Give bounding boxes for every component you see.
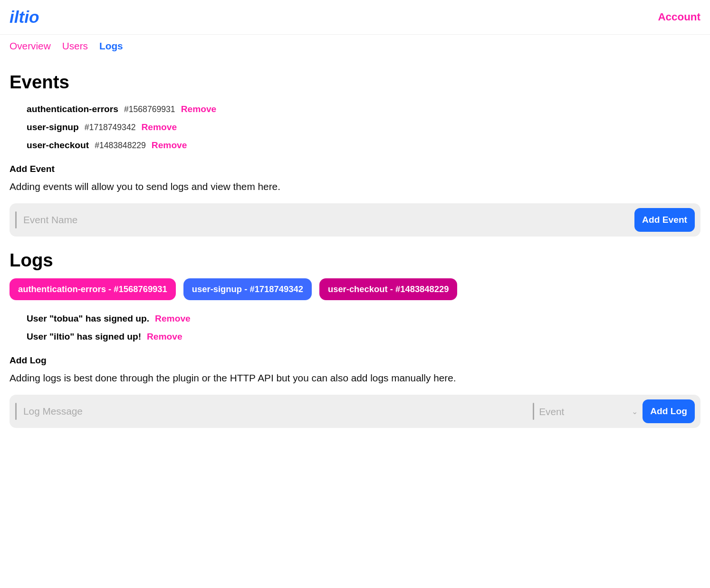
add-event-subtitle: Add Event	[10, 164, 700, 174]
log-tag-2[interactable]: user-checkout - #1483848229	[319, 278, 458, 300]
log-text-0: User "tobua" has signed up.	[27, 313, 149, 324]
remove-log-1[interactable]: Remove	[147, 332, 182, 342]
event-name-1: user-signup	[27, 122, 79, 133]
event-id-1: #1718749342	[85, 123, 136, 133]
remove-event-1[interactable]: Remove	[141, 122, 177, 133]
nav-item-logs[interactable]: Logs	[99, 40, 123, 52]
input-divider-log	[15, 403, 17, 420]
log-item-1: User "iltio" has signed up! Remove	[27, 328, 700, 346]
add-log-button[interactable]: Add Log	[643, 399, 695, 423]
event-id-0: #1568769931	[124, 104, 175, 114]
log-tags-container: authentication-errors - #1568769931 user…	[10, 278, 700, 300]
add-log-row: Event authentication-errors user-signup …	[10, 395, 700, 428]
event-name-input[interactable]	[21, 210, 630, 229]
log-item-0: User "tobua" has signed up. Remove	[27, 310, 700, 328]
log-tag-0[interactable]: authentication-errors - #1568769931	[10, 278, 176, 300]
logs-list: User "tobua" has signed up. Remove User …	[10, 310, 700, 346]
logs-title: Logs	[10, 250, 700, 271]
logo: iltio	[10, 8, 39, 27]
event-name-2: user-checkout	[27, 140, 89, 151]
event-select[interactable]: Event authentication-errors user-signup …	[539, 406, 641, 417]
nav-item-users[interactable]: Users	[62, 40, 88, 52]
event-item-2: user-checkout #1483848229 Remove	[27, 136, 700, 154]
events-list: authentication-errors #1568769931 Remove…	[10, 100, 700, 154]
add-log-subtitle: Add Log	[10, 355, 700, 366]
event-name-0: authentication-errors	[27, 104, 118, 114]
main-content: Events authentication-errors #1568769931…	[0, 57, 710, 447]
nav-item-overview[interactable]: Overview	[10, 40, 51, 52]
event-select-wrap: Event authentication-errors user-signup …	[539, 406, 638, 417]
add-event-row: Add Event	[10, 203, 700, 237]
add-event-desc: Adding events will allow you to send log…	[10, 179, 700, 194]
remove-event-0[interactable]: Remove	[181, 104, 217, 114]
log-text-1: User "iltio" has signed up!	[27, 332, 141, 342]
log-message-input[interactable]	[21, 402, 528, 421]
remove-log-0[interactable]: Remove	[155, 313, 191, 324]
add-event-button[interactable]: Add Event	[634, 208, 695, 232]
input-divider-select	[533, 403, 534, 420]
remove-event-2[interactable]: Remove	[152, 140, 187, 151]
input-divider-event	[15, 211, 17, 228]
event-id-2: #1483848229	[95, 141, 146, 151]
add-log-desc: Adding logs is best done through the plu…	[10, 370, 700, 385]
header: iltio Account	[0, 0, 710, 35]
nav: Overview Users Logs	[0, 35, 710, 57]
account-link[interactable]: Account	[658, 11, 700, 23]
events-title: Events	[10, 72, 700, 93]
log-tag-1[interactable]: user-signup - #1718749342	[183, 278, 312, 300]
event-item-0: authentication-errors #1568769931 Remove	[27, 100, 700, 118]
event-item-1: user-signup #1718749342 Remove	[27, 118, 700, 136]
